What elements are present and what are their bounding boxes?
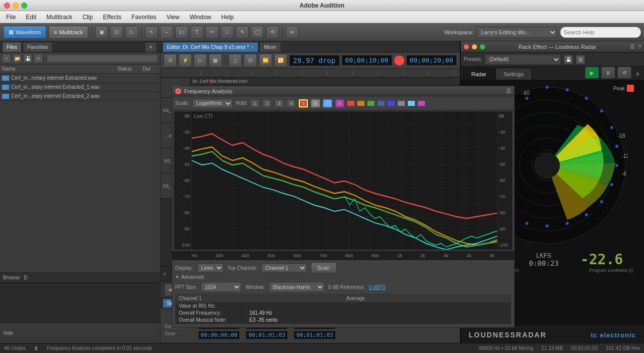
svg-point-16 <box>566 222 569 225</box>
open-file-btn[interactable]: 📂 <box>13 54 22 63</box>
editor-tab-main[interactable]: Editor: Dr. Cerf Mix Chap 9 v3.sesx * × <box>163 42 259 52</box>
mixer-tab[interactable]: Mixer <box>259 42 281 52</box>
traffic-lights[interactable] <box>4 3 27 9</box>
view-start-time[interactable]: 00;00;00;00 <box>198 331 240 339</box>
fft-select[interactable]: 1024 <box>201 282 241 292</box>
ed-btn-7[interactable]: ⏩ <box>259 54 272 67</box>
close-file-btn[interactable]: ✕ <box>34 54 43 63</box>
top-channel-select[interactable]: Channel 1 <box>261 263 307 272</box>
settings-tab[interactable]: Settings <box>495 68 532 80</box>
rack-close-btn[interactable] <box>464 44 469 49</box>
hold-btn-1[interactable]: 1 <box>250 99 259 107</box>
radar-tab[interactable]: Radar <box>463 68 495 80</box>
menu-edit[interactable]: Edit <box>24 13 38 22</box>
tool-btn-1[interactable]: ▣ <box>95 26 108 39</box>
menu-multitrack[interactable]: Multitrack <box>44 13 74 22</box>
scan-button[interactable]: Scan <box>311 262 337 273</box>
x-500: 500 <box>267 253 275 258</box>
tool-btn-3[interactable]: ▷ <box>125 26 138 39</box>
panel-close-btn[interactable]: × <box>145 42 157 52</box>
preset-save-btn[interactable]: 💾 <box>564 55 573 64</box>
display-select[interactable]: Lines <box>197 263 224 272</box>
y-label--40: -40 <box>174 146 191 151</box>
radar-pause-btn[interactable]: ⏸ <box>601 67 615 79</box>
hold-btn-5[interactable]: 5 <box>299 99 308 107</box>
advanced-toggle[interactable]: ▼ Advanced <box>175 274 203 280</box>
ed-btn-6[interactable]: ⊡ <box>244 54 257 67</box>
playhead-btn[interactable] <box>394 55 404 66</box>
fft-label: FFT Size: <box>175 284 197 290</box>
multitrack-tab[interactable]: ≡ Multitrack <box>48 26 88 39</box>
ed-btn-4[interactable]: ▦ <box>209 54 222 67</box>
menu-view[interactable]: View <box>165 13 182 22</box>
ed-btn-loop[interactable]: 🔁 <box>274 54 287 67</box>
menu-clip[interactable]: Clip <box>80 13 95 22</box>
file-icon-2 <box>2 94 9 99</box>
ed-btn-undo[interactable]: ↺ <box>164 54 177 67</box>
save-file-btn[interactable]: 💾 <box>23 54 32 63</box>
preset-menu-btn[interactable]: 🗑 <box>576 55 585 64</box>
view-duration-time[interactable]: 00;01;01;03 <box>294 331 336 339</box>
tool-btn-13[interactable]: ⊳ <box>286 26 299 39</box>
rack-menu-icon[interactable]: ☰ <box>630 43 635 50</box>
hold-btn-7[interactable]: 7 <box>323 99 332 107</box>
file-item-0[interactable]: Cerf_in...netary internet Extracted.wav <box>0 74 160 83</box>
editor-tab-close[interactable]: × <box>251 44 254 50</box>
files-toolbar: + 📂 💾 ✕ <box>0 52 160 65</box>
free-space-display: 101.42 GB free <box>606 345 640 351</box>
db-ref-value[interactable]: 0 dBFS <box>369 284 386 290</box>
tool-btn-4[interactable]: ↖ <box>145 26 158 39</box>
menu-window[interactable]: Window <box>188 13 213 22</box>
menu-file[interactable]: File <box>4 13 18 22</box>
file-search-input[interactable] <box>46 54 158 63</box>
tab-favorites[interactable]: Favorites <box>23 42 52 52</box>
rack-min-btn[interactable] <box>472 44 477 49</box>
preset-select[interactable]: (Default) <box>485 54 561 65</box>
tool-btn-11[interactable]: ◯ <box>251 26 264 39</box>
rack-zoom-btn[interactable] <box>480 44 485 49</box>
close-button[interactable] <box>4 3 10 9</box>
hold-btn-6[interactable]: 6 <box>311 99 320 107</box>
tab-files[interactable]: Files <box>2 42 22 52</box>
file-item-1[interactable]: Cerf_in...etary internet Extracted_1.wav <box>0 83 160 92</box>
scale-select[interactable]: Logarithmic <box>192 99 233 108</box>
tool-btn-5[interactable]: ↔ <box>160 26 173 39</box>
tool-btn-10[interactable]: ✎ <box>236 26 249 39</box>
tool-btn-6[interactable]: |◁ <box>175 26 188 39</box>
hold-btn-3[interactable]: 3 <box>275 99 284 107</box>
menu-effects[interactable]: Effects <box>101 13 123 22</box>
minimize-button[interactable] <box>13 3 19 9</box>
hold-btn-8[interactable]: 8 <box>335 99 344 107</box>
radar-expand-icon[interactable]: + <box>635 70 640 79</box>
menu-favorites[interactable]: Favorites <box>130 13 158 22</box>
waveform-tab[interactable]: ▦ Waveform <box>3 26 46 39</box>
tool-btn-7[interactable]: T <box>190 26 203 39</box>
tool-btn-2[interactable]: ⊡ <box>110 26 123 39</box>
freq-close-btn[interactable]: × <box>175 88 181 94</box>
radar-brand: LOUDNESSRADAR <box>469 331 547 339</box>
radar-play-btn[interactable]: ▶ <box>585 67 599 79</box>
overall-freq-row: Overall Frequency: 161.49 Hz <box>176 310 511 317</box>
new-file-btn[interactable]: + <box>2 54 11 63</box>
radar-reset-btn[interactable]: ↺ <box>617 67 631 79</box>
trash-icon[interactable]: 🗑 <box>34 345 39 351</box>
workspace-label: Workspace: <box>444 29 473 35</box>
ed-btn-redo[interactable]: ⚡ <box>179 54 192 67</box>
tool-btn-12[interactable]: ⟲ <box>266 26 279 39</box>
freq-menu-icon[interactable]: ☰ <box>506 88 511 94</box>
ed-btn-3[interactable]: ▷ <box>194 54 207 67</box>
zoom-button[interactable] <box>21 3 27 9</box>
rack-help-icon[interactable]: ? <box>638 44 641 50</box>
hold-btn-2[interactable]: 2 <box>262 99 272 107</box>
hold-btn-4[interactable]: 4 <box>287 99 296 107</box>
file-item-2[interactable]: Cerf_in...etary internet Extracted_2.wav <box>0 92 160 101</box>
search-input[interactable] <box>560 27 641 38</box>
workspace-select[interactable]: Larry's Editing Wo... <box>476 27 557 38</box>
window-select[interactable]: Blackman-Harris <box>269 282 325 292</box>
time2-display: 00;00;20;00 <box>406 55 457 66</box>
menu-help[interactable]: Help <box>219 13 236 22</box>
view-end-time[interactable]: 00;01;01;03 <box>246 331 288 339</box>
tool-btn-9[interactable]: ⌂ <box>221 26 234 39</box>
tool-btn-8[interactable]: ✂ <box>205 26 219 39</box>
ed-btn-5[interactable]: △ <box>229 54 242 67</box>
